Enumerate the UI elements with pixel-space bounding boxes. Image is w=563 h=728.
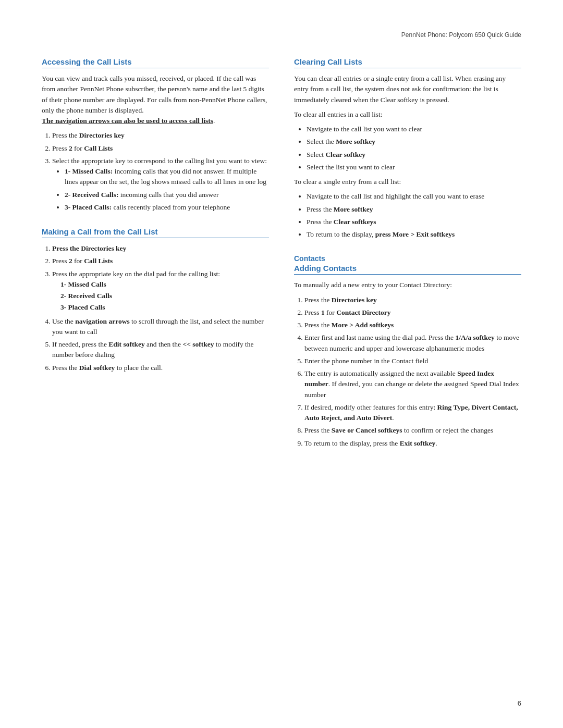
clear-all-item-4: Select the list you want to clear bbox=[307, 162, 521, 172]
accessing-step-3: Select the appropriate key to correspond… bbox=[52, 156, 269, 213]
clear-all-item-3: Select Clear softkey bbox=[307, 150, 521, 160]
dial-placed: 3- Placed Calls bbox=[60, 302, 269, 313]
clear-all-item-2: Select the More softkey bbox=[307, 137, 521, 147]
making-step2-cl: Call Lists bbox=[84, 257, 113, 265]
clear-softkeys-label: Clear softkeys bbox=[334, 218, 376, 226]
back-softkey-label: << softkey bbox=[182, 340, 214, 348]
right-column: Clearing Call Lists You can clear all en… bbox=[294, 57, 521, 463]
call-list-types: 1- Missed Calls: incoming calls that you… bbox=[65, 166, 269, 213]
adding-step-6: The entry is automatically assigned the … bbox=[304, 368, 521, 400]
clearing-call-lists-title: Clearing Call Lists bbox=[294, 57, 521, 68]
dial-missed-label: 1- Missed Calls bbox=[60, 280, 106, 288]
ring-type-label: Ring Type, Divert Contact, Auto Reject, … bbox=[304, 403, 518, 422]
edit-softkey-label: Edit softkey bbox=[108, 340, 144, 348]
accessing-call-lists-title: Accessing the Call Lists bbox=[42, 57, 269, 68]
making-step-5: If needed, press the Edit softkey and th… bbox=[52, 339, 269, 361]
clear-all-label: To clear all entries in a call list: bbox=[294, 109, 521, 120]
accessing-underline: The navigation arrows can also be used t… bbox=[42, 117, 213, 125]
placed-calls-label: 3- Placed Calls: bbox=[65, 203, 112, 211]
speed-index-label: Speed Index number bbox=[304, 369, 494, 388]
dial-placed-label: 3- Placed Calls bbox=[60, 303, 105, 311]
making-call-title: Making a Call from the Call List bbox=[42, 227, 269, 238]
making-call-section: Making a Call from the Call List Press t… bbox=[42, 227, 269, 373]
adding-step-4: Enter first and last name using the dial… bbox=[304, 332, 521, 354]
accessing-call-lists-section: Accessing the Call Lists You can view an… bbox=[42, 57, 269, 213]
received-calls-label: 2- Received Calls: bbox=[65, 191, 118, 199]
one-a-a-softkey: 1/A/a softkey bbox=[455, 334, 494, 341]
adding-contacts-steps: Press the Directories key Press 1 for Co… bbox=[304, 295, 521, 449]
making-step-1: Press the Directories key bbox=[52, 243, 269, 254]
making-step-2: Press 2 for Call Lists bbox=[52, 256, 269, 266]
clear-single-label: To clear a single entry from a call list… bbox=[294, 177, 521, 187]
header-text: PennNet Phone: Polycom 650 Quick Guide bbox=[401, 31, 521, 39]
directories-key-label: Directories key bbox=[79, 131, 125, 139]
nav-arrows-label: navigation arrows bbox=[75, 317, 129, 325]
placed-calls-item: 3- Placed Calls: calls recently placed f… bbox=[65, 202, 269, 213]
more-softkey-1: More softkey bbox=[336, 138, 375, 145]
clear-single-item-3: Press the Clear softkeys bbox=[307, 217, 521, 227]
adding-step-2: Press 1 for Contact Directory bbox=[304, 307, 521, 318]
clearing-intro: You can clear all entries or a single en… bbox=[294, 73, 521, 105]
exit-softkey-label: Exit softkey bbox=[400, 439, 436, 447]
dial-pad-list: 1- Missed Calls 2- Received Calls 3- Pla… bbox=[60, 279, 269, 313]
step2-bold2: Call Lists bbox=[84, 144, 113, 152]
accessing-intro: You can view and track calls you missed,… bbox=[42, 73, 269, 126]
missed-calls-label: 1- Missed Calls: bbox=[65, 167, 113, 175]
adding-step-7: If desired, modify other features for th… bbox=[304, 402, 521, 424]
add-dir-key: Directories key bbox=[332, 296, 377, 304]
clear-single-item-1: Navigate to the call list and highlight … bbox=[307, 191, 521, 202]
making-step-3: Press the appropriate key on the dial pa… bbox=[52, 269, 269, 313]
page-number: 6 bbox=[518, 699, 521, 707]
clearing-call-lists-section: Clearing Call Lists You can clear all en… bbox=[294, 57, 521, 240]
save-cancel-softkeys: Save or Cancel softkeys bbox=[332, 426, 402, 434]
more-softkey-2: More softkey bbox=[334, 205, 373, 213]
clear-single-item-4: To return to the display, press More > E… bbox=[307, 229, 521, 240]
adding-step-8: Press the Save or Cancel softkeys to con… bbox=[304, 425, 521, 436]
accessing-period: . bbox=[213, 117, 215, 125]
making-step1-text: Press the Directories key bbox=[52, 244, 126, 252]
page: PennNet Phone: Polycom 650 Quick Guide A… bbox=[0, 0, 563, 728]
step2-bold1: 2 bbox=[69, 144, 72, 152]
adding-intro: To manually add a new entry to your Cont… bbox=[294, 280, 521, 290]
page-header: PennNet Phone: Polycom 650 Quick Guide bbox=[42, 31, 521, 39]
add-step2-1: 1 bbox=[321, 309, 325, 316]
left-column: Accessing the Call Lists You can view an… bbox=[42, 57, 269, 463]
main-content: Accessing the Call Lists You can view an… bbox=[42, 57, 521, 463]
making-call-steps: Press the Directories key Press 2 for Ca… bbox=[52, 243, 269, 373]
add-step2-2: Contact Directory bbox=[336, 309, 390, 316]
adding-step-3: Press the More > Add softkeys bbox=[304, 320, 521, 330]
dial-received-label: 2- Received Calls bbox=[60, 292, 112, 300]
adding-step-5: Enter the phone number in the Contact fi… bbox=[304, 356, 521, 366]
accessing-step-1: Press the Directories key bbox=[52, 130, 269, 141]
adding-step-1: Press the Directories key bbox=[304, 295, 521, 305]
accessing-steps-list: Press the Directories key Press 2 for Ca… bbox=[52, 130, 269, 213]
making-step2-2: 2 bbox=[69, 257, 72, 265]
clear-single-list: Navigate to the call list and highlight … bbox=[307, 191, 521, 240]
making-step-4: Use the navigation arrows to scroll thro… bbox=[52, 316, 269, 338]
making-step-6: Press the Dial softkey to place the call… bbox=[52, 363, 269, 373]
making-dir-key: Directories key bbox=[81, 244, 126, 252]
received-calls-item: 2- Received Calls: incoming calls that y… bbox=[65, 190, 269, 200]
accessing-intro-text: You can view and track calls you missed,… bbox=[42, 75, 267, 114]
dial-softkey-label: Dial softkey bbox=[79, 364, 115, 372]
clear-single-item-2: Press the More softkey bbox=[307, 204, 521, 215]
dial-missed: 1- Missed Calls bbox=[60, 279, 269, 290]
press-more-exit: press More > Exit softkeys bbox=[375, 230, 455, 238]
missed-calls-item: 1- Missed Calls: incoming calls that you… bbox=[65, 166, 269, 188]
adding-contacts-title: Adding Contacts bbox=[294, 264, 521, 275]
contacts-heading: Contacts bbox=[294, 254, 521, 263]
more-add-softkeys: More > Add softkeys bbox=[332, 321, 394, 329]
accessing-step-2: Press 2 for Call Lists bbox=[52, 143, 269, 154]
dial-received: 2- Received Calls bbox=[60, 291, 269, 301]
clear-all-list: Navigate to the call list you want to cl… bbox=[307, 124, 521, 172]
adding-step-9: To return to the display, press the Exit… bbox=[304, 438, 521, 449]
clear-softkey-1: Clear softkey bbox=[325, 151, 365, 158]
clear-all-item-1: Navigate to the call list you want to cl… bbox=[307, 124, 521, 134]
adding-contacts-section: Adding Contacts To manually add a new en… bbox=[294, 264, 521, 449]
